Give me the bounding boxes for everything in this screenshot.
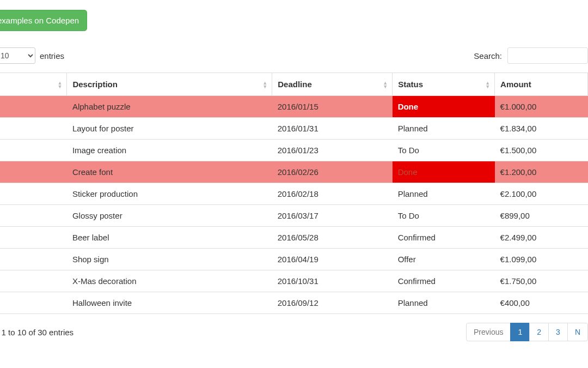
sort-icon: ▲▼ <box>485 81 490 88</box>
cell-first <box>0 270 67 292</box>
table-row: Shop sign2016/04/19Offer€1.099,00 <box>0 249 588 270</box>
cell-amount: €1.099,00 <box>495 249 588 270</box>
page-button-2[interactable]: 2 <box>529 323 549 341</box>
pagination: Previous 1 2 3 N <box>467 323 588 341</box>
page-button-1[interactable]: 1 <box>510 323 530 341</box>
cell-status: To Do <box>393 140 495 161</box>
cell-amount: €899,00 <box>495 205 588 227</box>
cell-first <box>0 161 67 183</box>
cell-amount: €2.100,00 <box>495 183 588 205</box>
search-input[interactable] <box>507 47 588 64</box>
table-row: X-Mas decoration2016/10/31Confirmed€1.75… <box>0 270 588 292</box>
column-label: Deadline <box>278 80 312 89</box>
cell-deadline: 2016/05/28 <box>272 227 393 249</box>
table-row: Alphabet puzzle2016/01/15Done€1.000,00 <box>0 96 588 118</box>
sort-icon: ▲▼ <box>58 81 63 88</box>
cell-description: Create font <box>67 161 272 183</box>
column-header-status[interactable]: Status ▲▼ <box>393 73 495 96</box>
cell-amount: €1.834,00 <box>495 118 588 140</box>
cell-description: Alphabet puzzle <box>67 96 272 118</box>
cell-description: Beer label <box>67 227 272 249</box>
sort-icon: ▲▼ <box>383 81 388 88</box>
cell-deadline: 2016/04/19 <box>272 249 393 270</box>
column-header-first[interactable]: ▲▼ <box>0 73 67 96</box>
table-row: Sticker production2016/02/18Planned€2.10… <box>0 183 588 205</box>
table-row: Halloween invite2016/09/12Planned€400,00 <box>0 292 588 314</box>
entries-label: entries <box>40 51 64 61</box>
cell-amount: €1.200,00 <box>495 161 588 183</box>
column-label: Description <box>72 80 118 89</box>
entries-control: 10 entries <box>0 47 64 64</box>
cell-status: Done <box>393 161 495 183</box>
table-row: Beer label2016/05/28Confirmed€2.499,00 <box>0 227 588 249</box>
cell-status: Planned <box>393 183 495 205</box>
cell-description: Sticker production <box>67 183 272 205</box>
info-text: g 1 to 10 of 30 entries <box>0 328 74 337</box>
cell-first <box>0 118 67 140</box>
cell-first <box>0 292 67 314</box>
cell-deadline: 2016/01/15 <box>272 96 393 118</box>
cell-description: Layout for poster <box>67 118 272 140</box>
cell-first <box>0 249 67 270</box>
search-control: Search: <box>474 47 588 64</box>
cell-deadline: 2016/10/31 <box>272 270 393 292</box>
next-button[interactable]: N <box>567 323 588 341</box>
cell-status: Confirmed <box>393 227 495 249</box>
cell-deadline: 2016/03/17 <box>272 205 393 227</box>
cell-deadline: 2016/01/23 <box>272 140 393 161</box>
cell-description: Glossy poster <box>67 205 272 227</box>
table-row: Glossy poster2016/03/17To Do€899,00 <box>0 205 588 227</box>
column-header-description[interactable]: Description ▲▼ <box>67 73 272 96</box>
column-header-amount[interactable]: Amount <box>495 73 588 96</box>
cell-deadline: 2016/02/26 <box>272 161 393 183</box>
controls-row: 10 entries Search: <box>0 47 588 64</box>
cell-status: Done <box>393 96 495 118</box>
column-label: Amount <box>500 80 531 89</box>
entries-select[interactable]: 10 <box>0 47 35 64</box>
cell-first <box>0 227 67 249</box>
cell-status: Offer <box>393 249 495 270</box>
cell-deadline: 2016/01/31 <box>272 118 393 140</box>
table-row: Create font2016/02/26Done€1.200,00 <box>0 161 588 183</box>
cell-status: To Do <box>393 205 495 227</box>
cell-amount: €2.499,00 <box>495 227 588 249</box>
table-row: Image creation2016/01/23To Do€1.500,00 <box>0 140 588 161</box>
cell-amount: €400,00 <box>495 292 588 314</box>
cell-first <box>0 96 67 118</box>
cell-deadline: 2016/02/18 <box>272 183 393 205</box>
search-label: Search: <box>474 51 502 61</box>
cell-amount: €1.750,00 <box>495 270 588 292</box>
cell-description: Halloween invite <box>67 292 272 314</box>
previous-button[interactable]: Previous <box>466 323 511 341</box>
codepen-button[interactable]: examples on Codepen <box>0 10 87 31</box>
table-footer: g 1 to 10 of 30 entries Previous 1 2 3 N <box>0 321 588 341</box>
cell-description: X-Mas decoration <box>67 270 272 292</box>
cell-amount: €1.000,00 <box>495 96 588 118</box>
cell-status: Planned <box>393 292 495 314</box>
column-label: Status <box>398 80 423 89</box>
cell-description: Image creation <box>67 140 272 161</box>
cell-deadline: 2016/09/12 <box>272 292 393 314</box>
table-row: Layout for poster2016/01/31Planned€1.834… <box>0 118 588 140</box>
column-header-deadline[interactable]: Deadline ▲▼ <box>272 73 393 96</box>
cell-first <box>0 140 67 161</box>
data-table: ▲▼ Description ▲▼ Deadline ▲▼ Status ▲▼ … <box>0 73 588 314</box>
cell-status: Planned <box>393 118 495 140</box>
sort-icon: ▲▼ <box>262 81 267 88</box>
cell-first <box>0 183 67 205</box>
cell-status: Confirmed <box>393 270 495 292</box>
cell-description: Shop sign <box>67 249 272 270</box>
page-button-3[interactable]: 3 <box>548 323 568 341</box>
cell-first <box>0 205 67 227</box>
cell-amount: €1.500,00 <box>495 140 588 161</box>
